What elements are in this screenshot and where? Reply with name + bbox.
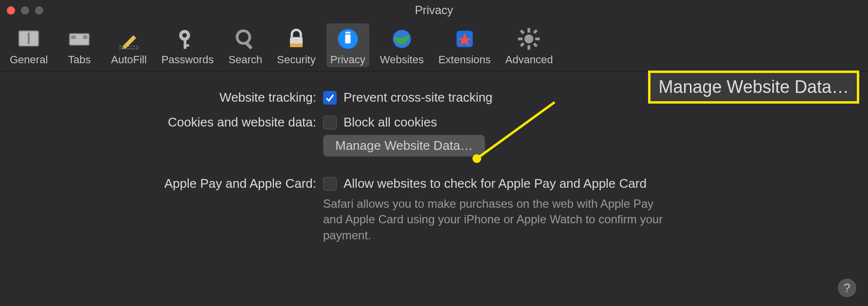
row-apple-pay: Apple Pay and Apple Card: Allow websites…	[0, 176, 868, 243]
svg-rect-2	[70, 34, 90, 45]
checkbox-allow-apple-pay-check[interactable]	[323, 177, 337, 191]
tab-security[interactable]: Security	[273, 23, 319, 67]
tab-label: Extensions	[438, 54, 491, 66]
svg-point-9	[182, 33, 187, 37]
label-website-tracking: Website tracking:	[0, 90, 323, 105]
tab-search[interactable]: Search	[224, 23, 266, 67]
svg-rect-11	[184, 44, 189, 47]
advanced-icon	[515, 25, 542, 53]
checkbox-label: Allow websites to check for Apple Pay an…	[344, 176, 647, 191]
help-button[interactable]: ?	[838, 279, 856, 297]
tab-label: Passwords	[162, 54, 214, 66]
security-icon	[283, 25, 310, 53]
svg-rect-3	[72, 36, 76, 39]
passwords-icon	[174, 25, 201, 53]
svg-rect-24	[528, 45, 531, 50]
minimize-window-button[interactable]	[21, 6, 29, 15]
tab-label: AutoFill	[111, 54, 146, 66]
tab-label: Search	[228, 54, 262, 66]
annotation-callout: Manage Website Data…	[648, 71, 859, 104]
tab-privacy[interactable]: Privacy	[326, 23, 369, 67]
tab-passwords[interactable]: Passwords	[158, 23, 218, 67]
tab-label: Privacy	[330, 54, 365, 66]
svg-rect-25	[518, 37, 523, 40]
tab-advanced[interactable]: Advanced	[502, 23, 557, 67]
tab-label: Websites	[380, 54, 424, 66]
svg-point-22	[524, 35, 534, 44]
tab-websites[interactable]: Websites	[376, 23, 428, 67]
checkbox-prevent-cross-site-tracking[interactable]	[323, 91, 337, 105]
tab-label: General	[10, 54, 48, 66]
search-icon	[232, 25, 259, 53]
zoom-window-button[interactable]	[35, 6, 43, 15]
label-apple-pay: Apple Pay and Apple Card:	[0, 176, 323, 191]
extensions-icon	[451, 25, 478, 53]
svg-rect-23	[528, 28, 531, 33]
tab-label: Advanced	[506, 54, 553, 66]
svg-rect-15	[290, 43, 303, 47]
row-cookies: Cookies and website data: Block all cook…	[0, 115, 868, 157]
tab-autofill[interactable]: AutoFill	[107, 23, 150, 67]
checkbox-label: Block all cookies	[344, 115, 437, 130]
svg-rect-18	[345, 32, 350, 34]
tab-label: Tabs	[68, 54, 90, 66]
label-cookies: Cookies and website data:	[0, 115, 323, 130]
preferences-toolbar: General Tabs AutoFill	[0, 20, 868, 72]
close-window-button[interactable]	[7, 6, 15, 15]
checkbox-block-all-cookies[interactable]	[323, 116, 337, 129]
svg-rect-29	[533, 29, 538, 34]
svg-rect-10	[184, 39, 187, 49]
tab-extensions[interactable]: Extensions	[434, 23, 495, 67]
tab-tabs[interactable]: Tabs	[58, 23, 100, 67]
svg-marker-5	[123, 36, 136, 49]
window-controls	[7, 6, 43, 15]
apple-pay-description: Safari allows you to make purchases on t…	[323, 196, 664, 243]
websites-icon	[388, 25, 416, 53]
svg-point-12	[237, 31, 250, 43]
svg-rect-30	[520, 42, 525, 47]
svg-rect-1	[28, 33, 30, 44]
checkbox-label: Prevent cross-site tracking	[344, 90, 492, 105]
svg-rect-26	[535, 37, 540, 40]
general-icon	[15, 25, 42, 53]
svg-rect-28	[533, 42, 538, 47]
svg-rect-27	[520, 30, 525, 35]
tab-label: Security	[277, 54, 315, 66]
window-titlebar: Privacy	[0, 0, 868, 20]
privacy-icon	[334, 25, 362, 53]
tabs-icon	[66, 25, 93, 53]
svg-rect-17	[345, 35, 350, 44]
manage-website-data-button[interactable]: Manage Website Data…	[323, 135, 485, 157]
window-title: Privacy	[0, 3, 868, 17]
svg-rect-4	[83, 36, 88, 39]
autofill-icon	[115, 25, 143, 53]
tab-general[interactable]: General	[6, 23, 52, 67]
svg-rect-13	[245, 42, 253, 50]
